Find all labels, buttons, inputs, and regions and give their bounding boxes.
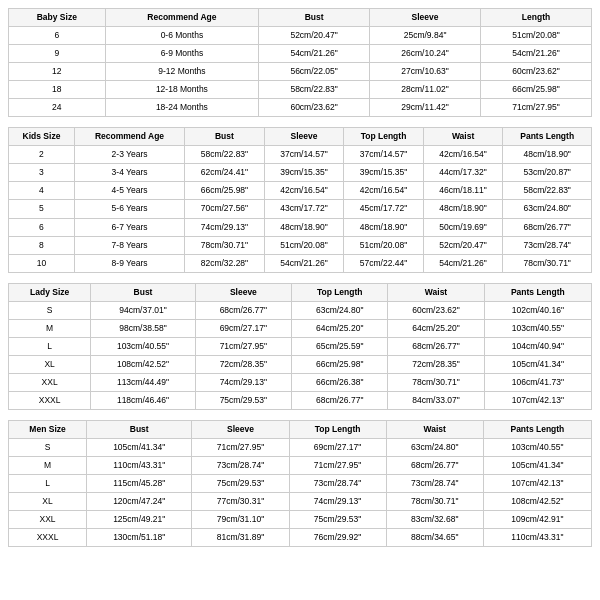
table-cell: 76cm/29.92": [289, 529, 386, 547]
men-col-top-length: Top Length: [289, 420, 386, 438]
table-cell: 43cm/17.72": [264, 200, 344, 218]
table-cell: 107cm/42.13": [484, 391, 591, 409]
table-cell: 53cm/20.87": [503, 164, 592, 182]
table-cell: 6: [9, 218, 75, 236]
table-cell: 118cm/46.46": [91, 391, 195, 409]
table-cell: 8-9 Years: [74, 254, 184, 272]
table-cell: 50cm/19.69": [423, 218, 503, 236]
table-cell: 72cm/28.35": [195, 355, 291, 373]
table-row: S94cm/37.01"68cm/26.77"63cm/24.80"60cm/2…: [9, 301, 592, 319]
table-cell: 77cm/30.31": [192, 493, 289, 511]
table-row: XXL113cm/44.49"74cm/29.13"66cm/26.38"78c…: [9, 373, 592, 391]
table-cell: 60cm/23.62": [388, 301, 484, 319]
table-cell: 78cm/30.71": [503, 254, 592, 272]
table-cell: 12-18 Months: [105, 81, 259, 99]
table-cell: 102cm/40.16": [484, 301, 591, 319]
table-cell: 82cm/32.28": [185, 254, 265, 272]
table-cell: 69cm/27.17": [195, 319, 291, 337]
table-cell: 42cm/16.54": [344, 182, 424, 200]
table-cell: 75cm/29.53": [192, 475, 289, 493]
lady-col-top-length: Top Length: [292, 283, 388, 301]
table-cell: 58cm/22.83": [185, 146, 265, 164]
table-cell: 64cm/25.20": [292, 319, 388, 337]
table-row: 2418-24 Months60cm/23.62"29cm/11.42"71cm…: [9, 99, 592, 117]
table-cell: 72cm/28.35": [388, 355, 484, 373]
table-cell: 68cm/26.77": [388, 337, 484, 355]
table-cell: 74cm/29.13": [195, 373, 291, 391]
table-cell: 6: [9, 27, 106, 45]
table-cell: 71cm/27.95": [195, 337, 291, 355]
table-cell: 66cm/26.38": [292, 373, 388, 391]
kids-col-size: Kids Size: [9, 128, 75, 146]
table-cell: 12: [9, 63, 106, 81]
table-cell: 18: [9, 81, 106, 99]
lady-header-row: Lady Size Bust Sleeve Top Length Waist P…: [9, 283, 592, 301]
table-cell: 24: [9, 99, 106, 117]
table-row: M110cm/43.31"73cm/28.74"71cm/27.95"68cm/…: [9, 457, 592, 475]
table-cell: 57cm/22.44": [344, 254, 424, 272]
table-cell: 103cm/40.55": [484, 319, 591, 337]
kids-col-sleeve: Sleeve: [264, 128, 344, 146]
table-cell: 75cm/29.53": [195, 391, 291, 409]
men-size-table: Men Size Bust Sleeve Top Length Waist Pa…: [8, 420, 592, 547]
table-cell: 58cm/22.83": [503, 182, 592, 200]
table-cell: 2: [9, 146, 75, 164]
table-cell: 109cm/42.91": [483, 511, 591, 529]
table-row: 22-3 Years58cm/22.83"37cm/14.57"37cm/14.…: [9, 146, 592, 164]
table-cell: 73cm/28.74": [289, 475, 386, 493]
table-cell: L: [9, 475, 87, 493]
table-cell: 74cm/29.13": [289, 493, 386, 511]
table-cell: 39cm/15.35": [344, 164, 424, 182]
kids-col-age: Recommend Age: [74, 128, 184, 146]
kids-col-top-length: Top Length: [344, 128, 424, 146]
table-row: 129-12 Months56cm/22.05"27cm/10.63"60cm/…: [9, 63, 592, 81]
table-row: 87-8 Years78cm/30.71"51cm/20.08"51cm/20.…: [9, 236, 592, 254]
men-col-bust: Bust: [87, 420, 192, 438]
table-row: 60-6 Months52cm/20.47"25cm/9.84"51cm/20.…: [9, 27, 592, 45]
table-cell: 66cm/25.98": [292, 355, 388, 373]
table-cell: 110cm/43.31": [87, 457, 192, 475]
table-cell: 60cm/23.62": [259, 99, 370, 117]
table-cell: 103cm/40.55": [91, 337, 195, 355]
table-cell: 64cm/25.20": [388, 319, 484, 337]
table-row: 44-5 Years66cm/25.98"42cm/16.54"42cm/16.…: [9, 182, 592, 200]
table-cell: XXXL: [9, 391, 91, 409]
table-cell: 58cm/22.83": [259, 81, 370, 99]
baby-col-sleeve: Sleeve: [370, 9, 481, 27]
table-cell: 78cm/30.71": [185, 236, 265, 254]
table-cell: 25cm/9.84": [370, 27, 481, 45]
table-cell: 48cm/18.90": [264, 218, 344, 236]
table-cell: 52cm/20.47": [423, 236, 503, 254]
table-cell: 51cm/20.08": [481, 27, 592, 45]
table-row: 33-4 Years62cm/24.41"39cm/15.35"39cm/15.…: [9, 164, 592, 182]
table-cell: 84cm/33.07": [388, 391, 484, 409]
table-cell: 51cm/20.08": [264, 236, 344, 254]
baby-size-table: Baby Size Recommend Age Bust Sleeve Leng…: [8, 8, 592, 117]
table-cell: 65cm/25.59": [292, 337, 388, 355]
table-row: XXXL118cm/46.46"75cm/29.53"68cm/26.77"84…: [9, 391, 592, 409]
table-cell: 51cm/20.08": [344, 236, 424, 254]
table-cell: 54cm/21.26": [264, 254, 344, 272]
men-header-row: Men Size Bust Sleeve Top Length Waist Pa…: [9, 420, 592, 438]
table-cell: 71cm/27.95": [192, 439, 289, 457]
table-cell: 108cm/42.52": [91, 355, 195, 373]
kids-size-table: Kids Size Recommend Age Bust Sleeve Top …: [8, 127, 592, 272]
table-row: 96-9 Months54cm/21.26"26cm/10.24"54cm/21…: [9, 45, 592, 63]
table-cell: M: [9, 319, 91, 337]
table-cell: 48cm/18.90": [503, 146, 592, 164]
table-cell: XL: [9, 493, 87, 511]
table-cell: 63cm/24.80": [386, 439, 483, 457]
lady-col-waist: Waist: [388, 283, 484, 301]
size-chart-container: Baby Size Recommend Age Bust Sleeve Leng…: [8, 8, 592, 547]
table-cell: 88cm/34.65": [386, 529, 483, 547]
table-cell: 63cm/24.80": [292, 301, 388, 319]
table-cell: 42cm/16.54": [264, 182, 344, 200]
table-cell: 2-3 Years: [74, 146, 184, 164]
table-cell: 81cm/31.89": [192, 529, 289, 547]
table-cell: 107cm/42.13": [483, 475, 591, 493]
table-cell: 56cm/22.05": [259, 63, 370, 81]
table-cell: 4-5 Years: [74, 182, 184, 200]
table-cell: 54cm/21.26": [481, 45, 592, 63]
table-cell: 113cm/44.49": [91, 373, 195, 391]
table-cell: 3-4 Years: [74, 164, 184, 182]
